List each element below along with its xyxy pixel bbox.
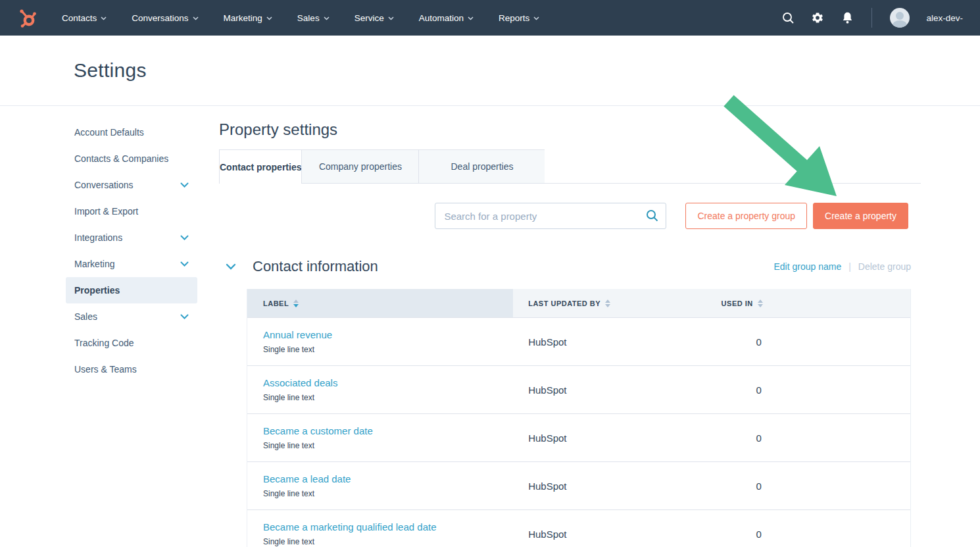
- chevron-down-icon: [180, 261, 189, 267]
- sidebar-item[interactable]: Properties: [66, 277, 197, 303]
- sidebar-item-label: Import & Export: [74, 206, 138, 217]
- column-header-text: USED IN: [722, 300, 753, 307]
- search-icon[interactable]: [781, 11, 795, 24]
- nav-item-marketing[interactable]: Marketing: [224, 13, 272, 23]
- property-search: [435, 203, 666, 229]
- last-updated-by-cell: HubSpot: [513, 414, 705, 461]
- nav-item-automation[interactable]: Automation: [419, 13, 474, 23]
- property-type-text: Single line text: [263, 393, 314, 402]
- chevron-down-icon: [533, 16, 539, 20]
- bell-icon[interactable]: [841, 11, 854, 24]
- chevron-down-icon: [180, 314, 189, 319]
- property-name-link[interactable]: Associated deals: [263, 377, 337, 388]
- sidebar-item[interactable]: Users & Teams: [66, 356, 197, 382]
- last-updated-by-cell: HubSpot: [513, 510, 705, 547]
- user-avatar[interactable]: [890, 8, 910, 28]
- nav-item-label: Reports: [499, 13, 529, 23]
- chevron-down-icon: [180, 235, 189, 240]
- column-header-text: LABEL: [263, 300, 289, 307]
- search-input[interactable]: [435, 203, 666, 229]
- sort-icon: [758, 300, 763, 307]
- property-type-text: Single line text: [263, 489, 314, 498]
- sidebar-item[interactable]: Integrations: [66, 224, 197, 251]
- nav-item-contacts[interactable]: Contacts: [62, 13, 107, 23]
- user-menu[interactable]: alex-dev-: [926, 13, 963, 23]
- nav-item-label: Contacts: [62, 13, 97, 23]
- collapse-chevron-down-icon[interactable]: [226, 263, 236, 270]
- nav-item-label: Marketing: [224, 13, 262, 23]
- nav-item-label: Service: [355, 13, 384, 23]
- sidebar-item-label: Tracking Code: [74, 338, 134, 348]
- property-name-link[interactable]: Became a lead date: [263, 473, 351, 484]
- property-name-link[interactable]: Became a marketing qualified lead date: [263, 521, 437, 533]
- nav-item-label: Conversations: [132, 13, 188, 23]
- column-header-used-in[interactable]: USED IN: [706, 289, 910, 317]
- sidebar-item[interactable]: Marketing: [66, 251, 197, 277]
- chevron-down-icon: [180, 182, 189, 188]
- link-separator: |: [848, 261, 851, 272]
- create-property-group-button[interactable]: Create a property group: [685, 203, 807, 229]
- tab-contact-properties[interactable]: Contact properties: [219, 149, 301, 184]
- sidebar-item[interactable]: Tracking Code: [66, 330, 197, 356]
- property-name-link[interactable]: Became a customer date: [263, 425, 373, 436]
- property-toolbar: Create a property group Create a propert…: [219, 203, 921, 229]
- chevron-down-icon: [101, 16, 107, 20]
- create-property-button[interactable]: Create a property: [813, 203, 908, 229]
- tab-company-properties[interactable]: Company properties: [301, 149, 418, 183]
- table-row: Associated deals Single line text HubSpo…: [247, 366, 910, 414]
- property-type-text: Single line text: [263, 345, 314, 354]
- hubspot-sprocket-icon: [16, 7, 38, 29]
- top-navigation-bar: Contacts Conversations Marketing Sales S…: [0, 0, 980, 36]
- column-header-text: LAST UPDATED BY: [528, 300, 600, 307]
- sidebar-item[interactable]: Sales: [66, 303, 197, 330]
- chevron-down-icon: [193, 16, 199, 20]
- sort-icon: [293, 300, 299, 307]
- property-label-cell: Annual revenue Single line text: [247, 318, 513, 365]
- nav-item-label: Sales: [297, 13, 320, 23]
- sidebar-item[interactable]: Contacts & Companies: [66, 145, 197, 172]
- sidebar-item[interactable]: Account Defaults: [66, 119, 197, 145]
- delete-group-link[interactable]: Delete group: [858, 261, 911, 272]
- property-name-link[interactable]: Annual revenue: [263, 329, 332, 340]
- section-heading: Property settings: [219, 120, 921, 139]
- column-header-last-updated-by[interactable]: LAST UPDATED BY: [513, 289, 705, 317]
- sidebar-item-label: Conversations: [74, 180, 134, 190]
- table-row: Became a lead date Single line text HubS…: [247, 462, 910, 510]
- edit-group-name-link[interactable]: Edit group name: [773, 261, 841, 272]
- table-row: Became a customer date Single line text …: [247, 414, 910, 462]
- settings-sidebar: Account Defaults Contacts & Companies Co…: [66, 106, 197, 547]
- chevron-down-icon: [388, 16, 394, 20]
- used-in-cell: 0: [706, 366, 910, 413]
- sidebar-item[interactable]: Import & Export: [66, 198, 197, 224]
- search-icon[interactable]: [646, 209, 658, 224]
- gear-icon[interactable]: [811, 11, 824, 24]
- primary-nav-menu: Contacts Conversations Marketing Sales S…: [62, 13, 539, 23]
- sidebar-item[interactable]: Conversations: [66, 172, 197, 198]
- nav-item-label: Automation: [419, 13, 464, 23]
- used-in-cell: 0: [706, 318, 910, 365]
- main-panel: Property settings Contact properties Com…: [219, 106, 921, 547]
- sort-icon: [605, 300, 610, 307]
- property-label-cell: Associated deals Single line text: [247, 366, 513, 413]
- last-updated-by-cell: HubSpot: [513, 462, 705, 509]
- table-row: Became a marketing qualified lead date S…: [247, 510, 910, 547]
- table-header-row: LABEL LAST UPDATED BY USED IN: [247, 289, 910, 318]
- nav-item-service[interactable]: Service: [355, 13, 394, 23]
- nav-item-conversations[interactable]: Conversations: [132, 13, 198, 23]
- property-label-cell: Became a customer date Single line text: [247, 414, 513, 461]
- tab-deal-properties[interactable]: Deal properties: [418, 149, 545, 183]
- used-in-cell: 0: [706, 414, 910, 461]
- column-header-label[interactable]: LABEL: [247, 289, 513, 317]
- hubspot-settings-page: Contacts Conversations Marketing Sales S…: [0, 0, 980, 547]
- sidebar-item-label: Integrations: [74, 232, 122, 243]
- hubspot-logo[interactable]: [14, 5, 39, 30]
- page-header: Settings: [0, 36, 980, 106]
- nav-item-reports[interactable]: Reports: [499, 13, 539, 23]
- nav-item-sales[interactable]: Sales: [297, 13, 330, 23]
- used-in-cell: 0: [706, 510, 910, 547]
- sidebar-item-label: Account Defaults: [74, 127, 144, 138]
- table-row: Annual revenue Single line text HubSpot …: [247, 318, 910, 366]
- sidebar-item-label: Marketing: [74, 259, 114, 269]
- used-in-cell: 0: [706, 462, 910, 509]
- last-updated-by-cell: HubSpot: [513, 366, 705, 413]
